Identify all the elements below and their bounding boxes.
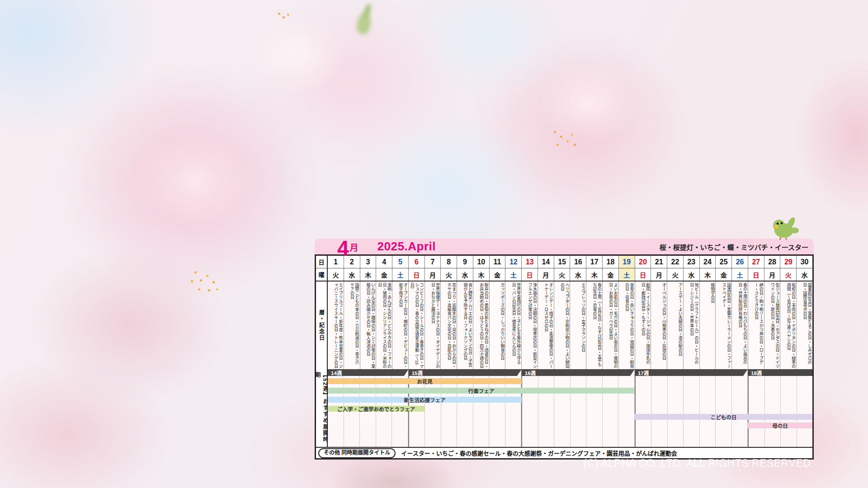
date-cell: 25 xyxy=(716,256,732,268)
kinenbi-cell: エスプレッソの日・女子マラソンの日 xyxy=(570,282,586,369)
flower-stamens-icon xyxy=(278,13,280,15)
bird-mascot-icon xyxy=(768,217,800,240)
calendar-header: 4 月 2025.April 桜・桜提灯・いちご・蝶・ミツバチ・イースター xyxy=(315,239,814,254)
weekday-row-label: 曜 xyxy=(316,268,328,281)
kinenbi-cell: 世界保健デー・ヨナナスの日・タイヤゲージの日・おなかと腸活の日 xyxy=(425,282,441,369)
flower-stamens-icon xyxy=(194,271,197,273)
weekday-cell: 日 xyxy=(635,268,651,281)
flower-bud-icon xyxy=(362,3,372,19)
weekday-cell: 木 xyxy=(700,268,716,281)
weekday-cell: 水 xyxy=(797,268,812,281)
promo-bar: 母の日 xyxy=(748,422,812,428)
weekday-cells: 火水木金土日月火水木金土日月火水木金土日月火水木金土日月火水 xyxy=(328,268,812,281)
weekday-cell: 土 xyxy=(732,268,748,281)
weekday-cell: 日 xyxy=(748,268,764,281)
date-cell: 13 xyxy=(522,256,538,268)
kinenbi-cell: 浄水器の日・決闘の日・喫茶店の日・新型インフルエンザ対策の日 xyxy=(522,282,538,369)
weekday-cell: 火 xyxy=(328,268,344,281)
weekday-cell: 金 xyxy=(376,268,392,281)
date-cell: 8 xyxy=(441,256,457,268)
weekday-cell: 水 xyxy=(684,268,700,281)
kinenbi-cell: 食と野菜ソムリエの日・よいPマンの日・子宮頸がんを予防する日・フォークソングの日 xyxy=(457,282,473,369)
kinenbi-cell: 国連記念日・室蘭カレーラーメンの日・ファーストペイデー xyxy=(716,282,732,369)
date-cell: 11 xyxy=(490,256,506,268)
kinenbi-cell: 駅弁の日・愛知の新たまねぎの日・酒盗の日・お弁当始めの日・ほうとうの日・四万十鶏… xyxy=(473,282,490,369)
promo-bar: ご入学・ご進学おめでとうフェア xyxy=(328,406,425,412)
date-cell: 14 xyxy=(538,256,554,268)
weekday-cell: 金 xyxy=(716,268,732,281)
kinenbi-cell: アースデー・よい夫婦の日・道の駅の日 xyxy=(667,282,684,369)
kinenbi-cell: 昭和の日・羊肉の日・ナポリタンの日・緑茶の週間（〜5月5日）・近江赤ハヤシの日 xyxy=(780,282,797,369)
kinenbi-cell: 食育の日・良いきゅうりの日・地図の日・飼育の日・収育の日 xyxy=(619,282,635,369)
kinenbi-cell: 植物学の日 xyxy=(700,282,716,369)
footer-row: その他 同時期展開タイトル イースター・いちご・春の感謝セール・春の大感謝祭・ガ… xyxy=(316,447,812,458)
date-cell: 15 xyxy=(554,256,571,268)
date-cell: 6 xyxy=(409,256,425,268)
weekday-cell: 火 xyxy=(441,268,457,281)
kinenbi-cell: 地ビール（クラフトビール）の日・ビールの日・シジミの日・世界本の日 xyxy=(684,282,700,369)
month-number: 4 xyxy=(337,241,349,256)
weekday-cell: 土 xyxy=(619,268,635,281)
desktop-wallpaper: 4 月 2025.April 桜・桜提灯・いちご・蝶・ミツバチ・イースター 日 … xyxy=(0,0,868,488)
date-cell: 12 xyxy=(505,256,522,268)
kinenbi-cell: ヘリコプターの日・京和装小物の日・よい酵母の日 xyxy=(554,282,571,369)
kinenbi-cell: オーベルジュの日・川根茶の日・民放の日 xyxy=(651,282,667,369)
date-row: 日 12345678910111213141516171819202122232… xyxy=(316,256,812,268)
promo-bar: 行楽フェア xyxy=(328,388,635,394)
calendar-table: 日 12345678910111213141516171819202122232… xyxy=(315,254,814,460)
date-cell: 24 xyxy=(700,256,716,268)
weekday-cell: 火 xyxy=(667,268,684,281)
date-row-label: 日 xyxy=(316,256,328,268)
weekday-cell: 水 xyxy=(457,268,473,281)
kinenbi-cells: エイプリルフール・新年度・熊本甘夏の日・ジャパニーズウイスキーの日・トレーニング… xyxy=(328,282,812,369)
kinenbi-cell: コンビーフの日・シールの日・春巻きの日・マシュマロの日・春の全国交通安全運動（〜… xyxy=(409,282,425,369)
other-titles-badge: その他 同時期展開タイトル xyxy=(318,448,396,458)
kinenbi-cell: 絆の日・駒ヶ根ソースかつ丼の日・ロープデー・さとうきびの日 xyxy=(748,282,764,369)
date-cell: 26 xyxy=(732,256,748,268)
date-cell: 4 xyxy=(376,256,392,268)
kinenbi-cell: 世界宇宙飛行の日・子どもを紫外線から守る日・パンの記念日・徳島県にんじんの日 xyxy=(505,282,522,369)
kinenbi-cell: よいお肌の日・毛穴の日・よい歯の日・発明の日・お香の日・ガーベラ記念日 xyxy=(603,282,619,369)
weekday-cell: 月 xyxy=(651,268,667,281)
weekday-cell: 月 xyxy=(764,268,781,281)
weekday-cell: 月 xyxy=(425,268,441,281)
date-cell: 9 xyxy=(457,256,473,268)
weekday-cell: 日 xyxy=(409,268,425,281)
gantt-bars: お花見行楽フェア新生活応援フェアご入学・ご進学おめでとうフェアこどもの日母の日 xyxy=(328,369,812,447)
year-label: 2025.April xyxy=(377,239,436,254)
date-cell: 16 xyxy=(570,256,586,268)
date-cell: 7 xyxy=(425,256,441,268)
date-cell: 17 xyxy=(586,256,603,268)
date-cell: 20 xyxy=(635,256,651,268)
kinenbi-cell: オレンジデー・椅子の日・柔道整復の日・パートナーデー・ロスゼロの日 xyxy=(538,282,554,369)
kinenbi-cell: いんげん豆の日・趣味の日・シミ対策の日・葉酸の日・読み聞かせの日・輸入洋酒の日 xyxy=(360,282,377,369)
kinenbi-cell: 穀雨・イースター・ジャムの日・珈琲牛乳の日・郵政記念日・もずくの日 xyxy=(635,282,651,369)
date-cell: 21 xyxy=(651,256,667,268)
kinenbi-row: 暦・記念日 エイプリルフール・新年度・熊本甘夏の日・ジャパニーズウイスキーの日・… xyxy=(316,282,812,369)
kinenbi-cell: 図書館記念日・葉酸たまごの日・しみゼロの日・国際盲導犬の日 xyxy=(797,282,812,369)
kinenbi-cell: 花まつり・炭酸水の日・貝の日・おからの日・ホヤの日・高級食パン文化の日・白肌の日 xyxy=(441,282,457,369)
date-cell: 5 xyxy=(392,256,409,268)
kinenbi-cell: 国際こどもの本の日・CO2削減の日・巻き爪ケアの日 xyxy=(344,282,360,369)
kinenbi-cell: ガッツポーズの日・しっかりいい朝食の日 xyxy=(490,282,506,369)
copyright-text: (C) ALPHA CO.,LTD. ALL RIGHTS RESERVED. xyxy=(583,457,814,469)
other-titles-text: イースター・いちご・春の感謝セール・春の大感謝祭・ガーデニングフェア・園芸用品・… xyxy=(401,449,677,457)
date-cell: 27 xyxy=(748,256,764,268)
date-cell: 22 xyxy=(667,256,684,268)
weekday-cell: 木 xyxy=(586,268,603,281)
kinenbi-cell: エイプリルフール・新年度・熊本甘夏の日・ジャパニーズウイスキーの日・トレーニング… xyxy=(328,282,344,369)
month-suffix: 月 xyxy=(350,241,359,254)
seasonal-keywords: 桜・桜提灯・いちご・蝶・ミツバチ・イースター xyxy=(660,242,808,254)
date-cell: 30 xyxy=(797,256,812,268)
gantt-section: 【52週】おすすめ展開時期 14週15週16週17週18週 お花見行楽フェア新生… xyxy=(316,369,812,447)
weekday-cell: 日 xyxy=(522,268,538,281)
kinenbi-cell: 春の土用（〜5月4日）・なすび記念日・五平もち記念日・恐竜の日 xyxy=(586,282,603,369)
calendar-panel: 4 月 2025.April 桜・桜提灯・いちご・蝶・ミツバチ・イースター 日 … xyxy=(315,239,814,460)
weekday-cell: 木 xyxy=(473,268,490,281)
kinenbi-row-label: 暦・記念日 xyxy=(316,282,328,369)
date-cell: 18 xyxy=(603,256,619,268)
kinenbi-cell: 春の土用の丑・わらびもちの日・よい風呂の日・世界知的所有権の日 xyxy=(732,282,748,369)
date-cell: 29 xyxy=(780,256,797,268)
weekday-cell: 金 xyxy=(603,268,619,281)
weekday-cell: 火 xyxy=(554,268,571,281)
